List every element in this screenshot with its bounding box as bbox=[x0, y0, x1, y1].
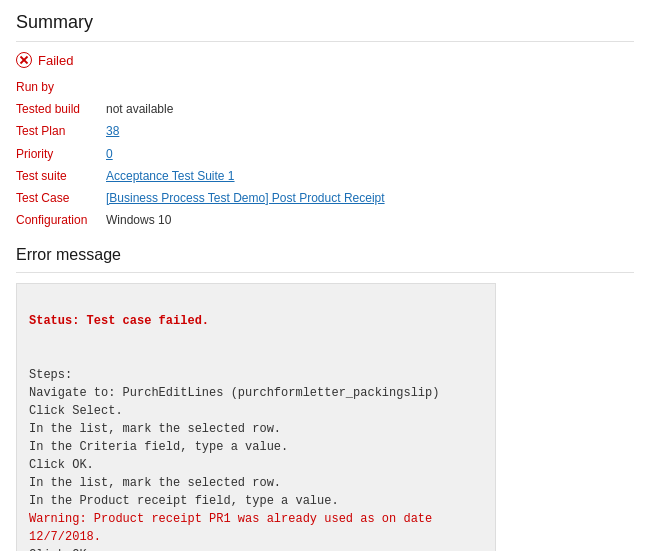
test-plan-value: 38 bbox=[106, 122, 634, 141]
test-plan-label: Test Plan bbox=[16, 122, 106, 141]
test-case-link[interactable]: [Business Process Test Demo] Post Produc… bbox=[106, 191, 385, 205]
test-plan-link[interactable]: 38 bbox=[106, 124, 119, 138]
steps-block: Steps: Navigate to: PurchEditLines (purc… bbox=[29, 368, 439, 508]
summary-info-table: Run by Tested build not available Test P… bbox=[16, 78, 634, 230]
test-suite-value: Acceptance Test Suite 1 bbox=[106, 167, 634, 186]
error-message-box: Status: Test case failed. Steps: Navigat… bbox=[16, 283, 496, 551]
tested-build-value: not available bbox=[106, 100, 634, 119]
configuration-label: Configuration bbox=[16, 211, 106, 230]
priority-link[interactable]: 0 bbox=[106, 147, 113, 161]
test-suite-label: Test suite bbox=[16, 167, 106, 186]
configuration-value: Windows 10 bbox=[106, 211, 634, 230]
error-message-divider bbox=[16, 272, 634, 273]
run-by-label: Run by bbox=[16, 78, 106, 97]
run-by-value bbox=[106, 78, 634, 97]
test-case-value: [Business Process Test Demo] Post Produc… bbox=[106, 189, 634, 208]
error-status-line: Status: Test case failed. bbox=[29, 314, 209, 328]
status-text: Failed bbox=[38, 53, 73, 68]
test-case-label: Test Case bbox=[16, 189, 106, 208]
failed-icon bbox=[16, 52, 32, 68]
tested-build-label: Tested build bbox=[16, 100, 106, 119]
warning-line: Warning: Product receipt PR1 was already… bbox=[29, 512, 439, 544]
status-row: Failed bbox=[16, 52, 634, 68]
priority-value: 0 bbox=[106, 145, 634, 164]
error-message-title: Error message bbox=[16, 246, 634, 264]
summary-divider bbox=[16, 41, 634, 42]
priority-label: Priority bbox=[16, 145, 106, 164]
test-suite-link[interactable]: Acceptance Test Suite 1 bbox=[106, 169, 235, 183]
summary-title: Summary bbox=[16, 12, 634, 33]
